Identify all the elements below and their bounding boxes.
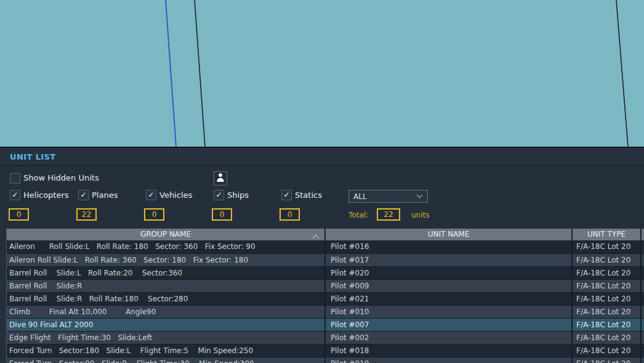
unit-table: GROUP NAME UNIT NAME UNIT TYPE Aileron R…	[6, 229, 644, 363]
filter-planes-checkbox[interactable]	[78, 190, 89, 200]
unit-list-panel: UNIT LIST Show Hidden Units Helicopters …	[0, 147, 644, 363]
filter-vehicles-checkbox[interactable]	[146, 190, 156, 200]
group-name-cell: Forced Turn Sector:180 Slide:L Flight Ti…	[7, 345, 324, 357]
filter-statics-checkbox[interactable]	[281, 190, 292, 200]
row-stub-cell	[642, 332, 644, 344]
unit-type-cell: F/A-18C Lot 20	[573, 280, 640, 292]
table-row[interactable]: Barrel Roll Slide:R Pilot #009 F/A-18C L…	[7, 279, 644, 292]
map-line-black-left	[195, 0, 205, 147]
helicopters-count-field[interactable]	[9, 208, 29, 221]
statics-count-field[interactable]	[280, 208, 300, 221]
filter-statics-label: Statics	[295, 190, 322, 200]
map-line-blue	[166, 0, 176, 147]
group-name-cell: Edge Flight Flight Time:30 Slide:Left	[7, 332, 324, 344]
row-stub-cell	[642, 240, 644, 253]
show-hidden-units-label: Show Hidden Units	[23, 173, 99, 183]
column-header-stub	[642, 229, 644, 240]
unit-type-cell: F/A-18C Lot 20	[573, 332, 640, 344]
group-name-cell: Dive 90 Final ALT 2000	[7, 319, 324, 331]
group-name-cell: Aileron Roll Slide:L Roll Rate: 180 Sect…	[7, 240, 324, 253]
unit-type-cell: F/A-18C Lot 20	[573, 345, 640, 357]
group-name-cell: Barrel Roll Slide:L Roll Rate:20 Sector:…	[7, 267, 324, 279]
row-stub-cell	[642, 357, 644, 363]
unit-type-cell: F/A-18C Lot 20	[573, 267, 640, 279]
filter-helicopters-label: Helicopters	[23, 190, 69, 200]
chevron-down-icon	[416, 194, 423, 198]
coalition-dropdown-value: ALL	[349, 192, 416, 201]
total-units-label: units	[411, 211, 430, 219]
filter-ships-checkbox[interactable]	[214, 190, 224, 200]
filter-ships-label: Ships	[227, 190, 249, 200]
unit-name-cell: Pilot #002	[326, 332, 571, 344]
table-row[interactable]: Barrel Roll Slide:L Roll Rate:20 Sector:…	[7, 266, 644, 279]
panel-title: UNIT LIST	[10, 152, 56, 161]
group-name-cell: Aileron Roll Slide:L Roll Rate: 360 Sect…	[7, 254, 324, 266]
show-hidden-units-checkbox[interactable]	[10, 173, 20, 184]
coalition-dropdown[interactable]: ALL	[348, 190, 428, 203]
map-view[interactable]	[0, 0, 644, 147]
sort-ascending-icon	[312, 231, 320, 240]
vehicles-count-field[interactable]	[144, 208, 164, 221]
unit-name-cell: Pilot #009	[326, 280, 571, 292]
row-stub-cell	[642, 306, 644, 318]
panel-titlebar: UNIT LIST	[0, 148, 644, 166]
column-header-unit-type[interactable]: UNIT TYPE	[573, 229, 640, 240]
map-lines	[0, 0, 644, 147]
player-unit-button[interactable]	[214, 171, 227, 186]
ships-count-field[interactable]	[212, 208, 232, 221]
table-row[interactable]: Aileron Roll Slide:L Roll Rate: 180 Sect…	[7, 240, 644, 253]
table-row[interactable]: Edge Flight Flight Time:30 Slide:Left Pi…	[7, 331, 644, 344]
unit-name-cell: Pilot #019	[326, 357, 571, 363]
unit-table-header: GROUP NAME UNIT NAME UNIT TYPE	[7, 229, 644, 240]
unit-name-cell: Pilot #016	[326, 240, 571, 253]
total-label: Total:	[348, 211, 368, 219]
group-name-cell: Barrel Roll Slide:R Roll Rate:180 Sector…	[7, 293, 324, 305]
row-stub-cell	[642, 345, 644, 357]
unit-name-cell: Pilot #020	[326, 267, 571, 279]
unit-type-cell: F/A-18C Lot 20	[573, 306, 640, 318]
group-name-cell: Barrel Roll Slide:R	[7, 280, 324, 292]
total-count-field[interactable]	[377, 208, 400, 221]
planes-count-field[interactable]	[76, 208, 97, 221]
unit-name-cell: Pilot #017	[326, 254, 571, 266]
row-stub-cell	[642, 280, 644, 292]
row-stub-cell	[642, 267, 644, 279]
filter-helicopters-checkbox[interactable]	[10, 190, 20, 200]
column-header-group-name[interactable]: GROUP NAME	[7, 229, 324, 240]
row-stub-cell	[642, 319, 644, 331]
unit-type-cell: F/A-18C Lot 20	[573, 240, 640, 253]
table-row[interactable]: Barrel Roll Slide:R Roll Rate:180 Sector…	[7, 292, 644, 305]
unit-type-cell: F/A-18C Lot 20	[573, 293, 640, 305]
unit-name-cell: Pilot #018	[326, 345, 571, 357]
table-row[interactable]: Forced Turn Sector:180 Slide:L Flight Ti…	[7, 344, 644, 357]
map-line-black-right	[616, 0, 628, 147]
table-row-selected[interactable]: Dive 90 Final ALT 2000 Pilot #007 F/A-18…	[7, 318, 644, 331]
group-name-cell: Climb Final Alt 10,000 Angle90	[7, 306, 324, 318]
table-row[interactable]: Forced Turn Sector:90 Slide:R Flight Tim…	[7, 357, 644, 363]
group-name-cell: Forced Turn Sector:90 Slide:R Flight Tim…	[7, 357, 324, 363]
unit-name-cell: Pilot #007	[326, 319, 571, 331]
unit-name-cell: Pilot #021	[326, 293, 571, 305]
person-icon	[216, 173, 225, 184]
row-stub-cell	[642, 254, 644, 266]
column-header-unit-name[interactable]: UNIT NAME	[326, 229, 571, 240]
row-stub-cell	[642, 293, 644, 305]
table-row[interactable]: Aileron Roll Slide:L Roll Rate: 360 Sect…	[7, 253, 644, 266]
unit-type-cell: F/A-18C Lot 20	[573, 357, 640, 363]
unit-type-cell: F/A-18C Lot 20	[573, 319, 640, 331]
unit-type-cell: F/A-18C Lot 20	[573, 254, 640, 266]
filter-planes-label: Planes	[92, 190, 118, 200]
unit-table-body: Aileron Roll Slide:L Roll Rate: 180 Sect…	[7, 240, 644, 363]
filter-vehicles-label: Vehicles	[159, 190, 192, 200]
table-row[interactable]: Climb Final Alt 10,000 Angle90 Pilot #01…	[7, 305, 644, 318]
unit-name-cell: Pilot #010	[326, 306, 571, 318]
